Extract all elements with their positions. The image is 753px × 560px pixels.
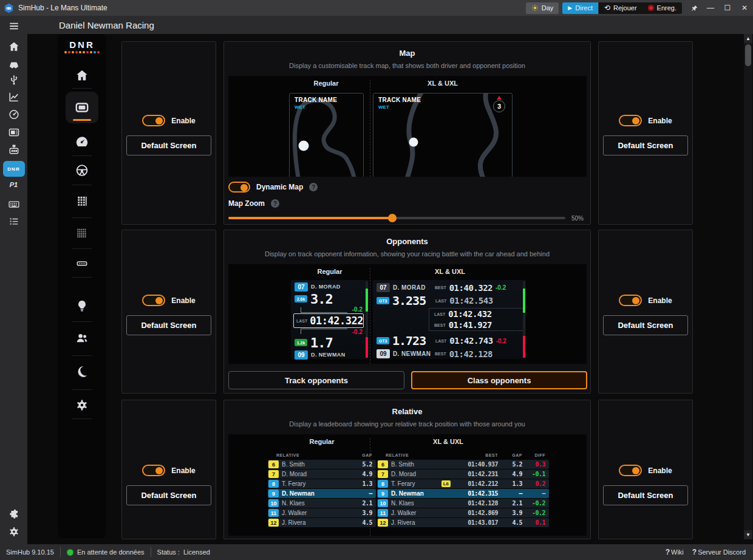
menu-icon[interactable] [9, 21, 19, 32]
relative-xl-rows: 6 B. Smith 01:40.937 5.2 0.3 7 D. Morad [377, 460, 549, 527]
replay-icon: ⟲ [604, 4, 610, 12]
gap-bar-green [523, 289, 525, 313]
dnr-plugin-icon[interactable]: DNR [3, 161, 25, 177]
maximize-button[interactable]: ☐ [719, 1, 736, 15]
position-badge: 7 [378, 470, 388, 478]
relative-enable-toggle-right[interactable] [619, 465, 642, 476]
home-icon[interactable] [8, 41, 19, 52]
relative-section-description: Display a leadeboard showing your relati… [224, 420, 590, 428]
relative-regular-rows: 6 B. Smith 5.2 7 D. Morad 4.9 [268, 460, 376, 527]
opponents-default-screen-button-right[interactable]: Default Screen [603, 315, 688, 335]
plugins-puzzle-icon[interactable] [9, 509, 19, 520]
relative-section-card: Relative Display a leadeboard showing yo… [223, 400, 591, 539]
dash-display-icon[interactable] [8, 126, 20, 138]
relative-enable-toggle[interactable] [142, 465, 165, 476]
dnr-bulb-icon[interactable] [75, 299, 89, 313]
sun-icon [531, 4, 539, 12]
close-button[interactable]: ✕ [736, 1, 753, 15]
dynamic-map-help-icon[interactable]: ? [309, 183, 318, 191]
content-area: DNR [27, 34, 753, 544]
position-badge: 12 [268, 519, 279, 527]
keyboard-icon[interactable] [8, 198, 20, 210]
dnr-home-icon[interactable] [75, 69, 89, 82]
minimize-button[interactable]: — [702, 1, 719, 15]
relative-row: 6 B. Smith 5.2 [268, 460, 376, 469]
opponents-enable-toggle-right[interactable] [619, 295, 642, 306]
class-badge: GT3 [376, 337, 389, 344]
relative-default-screen-button[interactable]: Default Screen [126, 485, 211, 505]
opponents-enable-toggle[interactable] [142, 295, 165, 306]
scroll-up-arrow[interactable]: ▲ [744, 34, 752, 43]
dnr-gauge-icon[interactable] [75, 135, 89, 149]
discord-link[interactable]: ?Serveur Discord [692, 548, 746, 556]
relative-row: 10 N. Klaes 01:42.128 2.1 -0.2 [377, 499, 549, 508]
dnr-led-matrix-icon[interactable] [75, 227, 89, 241]
scroll-down-arrow[interactable]: ▼ [744, 530, 752, 539]
position-badge: 07 [295, 282, 308, 292]
car-settings-icon[interactable] [8, 58, 20, 70]
live-direct-button[interactable]: ▶ Direct [562, 2, 598, 14]
map-enable-toggle[interactable] [142, 115, 165, 126]
relative-row: 12 J. Rivera 01:43.017 4.5 0.1 [377, 518, 549, 527]
devices-usb-icon[interactable] [8, 74, 19, 86]
data-status-dot [67, 549, 73, 556]
dnr-steering-wheel-icon[interactable] [75, 163, 89, 177]
pin-icon[interactable] [690, 4, 698, 12]
map-zoom-row: Map Zoom ? [228, 199, 279, 208]
relative-row: 7 D. Morad 01:42.231 4.9 -0.1 [377, 470, 549, 479]
dnr-bar-display-icon[interactable] [75, 256, 89, 270]
preview-divider [370, 80, 370, 177]
driver-dot [299, 141, 309, 151]
settings-gear-icon[interactable] [8, 526, 19, 538]
map-enable-toggle-right[interactable] [619, 115, 642, 126]
record-icon [648, 5, 654, 11]
map-zoom-help-icon[interactable]: ? [271, 199, 279, 208]
dnr-screens-tab-active[interactable] [66, 92, 98, 123]
relative-default-screen-button-right[interactable]: Default Screen [603, 485, 688, 505]
relative-xl-table: RELATIVE BEST GAP DIFF 6 B. Smith 01:4 [377, 450, 549, 528]
slider-knob[interactable] [388, 214, 397, 222]
scrollbar[interactable]: ▲ ▼ [744, 34, 752, 539]
map-right-panel: Enable Default Screen [598, 41, 693, 225]
record-button[interactable]: Enreg. [642, 2, 682, 14]
dash-gauge-icon[interactable] [8, 109, 19, 120]
day-mode-button[interactable]: Day [526, 2, 559, 14]
arduino-device-icon[interactable] [8, 143, 20, 155]
dnr-night-mode-icon[interactable] [75, 364, 89, 378]
position-badge: 12 [378, 519, 388, 527]
app-window: SimHub - Le Mans Ultimate Day ▶ Direct ⟲… [0, 0, 753, 560]
map-default-screen-button[interactable]: Default Screen [126, 135, 211, 155]
list-icon[interactable] [8, 216, 19, 227]
dnr-settings-icon[interactable] [75, 398, 89, 412]
dynamic-map-toggle[interactable] [228, 182, 250, 193]
map-xl-widget: TRACK NAME WET 3 [373, 93, 513, 177]
track-opponents-button[interactable]: Track opponents [228, 371, 404, 389]
position-badge: 9 [378, 490, 388, 497]
dnr-drivers-icon[interactable] [75, 331, 89, 345]
scroll-thumb[interactable] [745, 44, 751, 66]
opponents-default-screen-button[interactable]: Default Screen [126, 315, 211, 335]
p1-plugin-icon[interactable]: P1 [10, 181, 18, 188]
dnr-button-box-icon[interactable] [75, 194, 89, 208]
license-label: Status : [157, 548, 180, 556]
opponents-section-title: Opponents [224, 237, 590, 246]
map-zoom-slider[interactable] [228, 214, 565, 222]
simhub-logo-icon [4, 3, 14, 13]
data-status-text: En attente de données [77, 548, 145, 556]
license-value: Licensed [183, 548, 210, 556]
rating-badge: 2.6k [295, 295, 307, 302]
main-sidebar: DNR P1 [0, 16, 27, 544]
map-default-screen-button-right[interactable]: Default Screen [603, 135, 688, 155]
wiki-link[interactable]: ?Wiki [666, 548, 684, 556]
preview-divider [370, 268, 370, 364]
telemetry-chart-icon[interactable] [8, 91, 19, 103]
app-version: SimHub 9.10.15 [6, 548, 54, 556]
page-header: Daniel Newman Racing [27, 16, 753, 34]
opponents-right-panel: Enable Default Screen [598, 230, 693, 394]
page-title: Daniel Newman Racing [59, 20, 154, 30]
map-preview: Regular XL & UXL TRACK NAME WET [228, 76, 587, 177]
relative-regular-table: RELATIVE GAP 6 B. Smith 5.2 [268, 450, 376, 528]
map-section-card: Map Display a customisable track map, th… [223, 41, 591, 225]
class-opponents-button[interactable]: Class opponents [411, 371, 587, 389]
replay-button[interactable]: ⟲ Rejouer [599, 2, 642, 14]
